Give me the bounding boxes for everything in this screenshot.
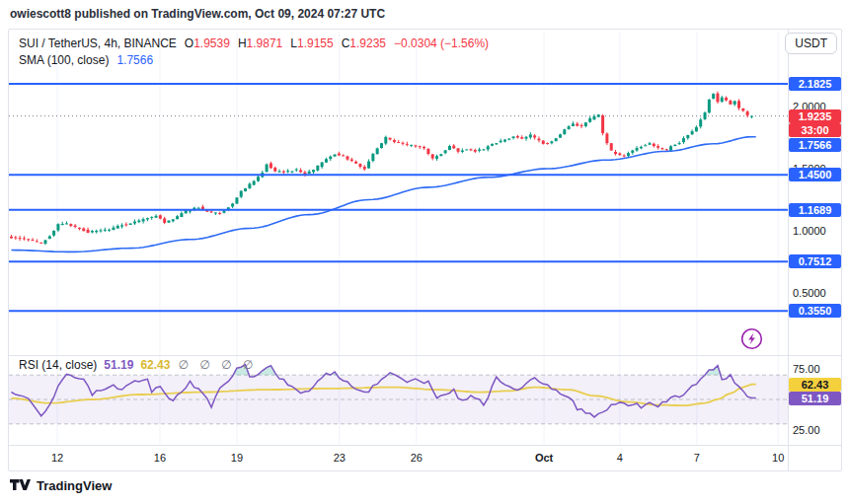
sma-value: 1.7566 <box>116 53 153 67</box>
low-key: L <box>290 36 297 50</box>
price-level-lines <box>9 84 788 311</box>
tradingview-logo-text: TradingView <box>37 478 112 493</box>
sma-label: SMA (100, close) <box>19 53 109 67</box>
symbol-title: SUI / TetherUS, 4h, BINANCE <box>19 36 177 50</box>
sma-row: SMA (100, close)1.7566 <box>19 52 497 69</box>
rsi-ma-value: 62.43 <box>140 358 170 372</box>
chart-canvas: 1216192326Oct4710 <box>9 30 841 470</box>
time-axis[interactable]: 1216192326Oct4710 <box>51 452 784 464</box>
time-tick-4: 4 <box>617 452 623 464</box>
rsi-legend: RSI (14, close)51.1962.43∅ ∅ ∅ ∅ <box>19 358 257 372</box>
time-tick-10: 10 <box>772 452 784 464</box>
low-value: 1.9155 <box>297 36 334 50</box>
open-value: 1.9539 <box>193 36 230 50</box>
sma-line <box>12 137 756 252</box>
change-value: −0.0304 (−1.56%) <box>394 36 489 50</box>
current-price-label: 1.9235 <box>789 109 841 123</box>
rsi-title: RSI (14, close) <box>19 358 97 372</box>
candlestick-series <box>10 92 753 246</box>
attribution-text: owiescott8 published on TradingView.com,… <box>10 7 385 21</box>
chart-card: 1216192326Oct4710 SUI / TetherUS, 4h, BI… <box>8 29 842 471</box>
sma-price-label: 1.7566 <box>789 138 841 152</box>
rsi-tick-25.00: 25.00 <box>793 423 820 437</box>
rsi-tick-75.00: 75.00 <box>793 362 820 376</box>
open-key: O <box>185 36 193 50</box>
symbol-row: SUI / TetherUS, 4h, BINANCEO1.9539H1.987… <box>19 36 497 52</box>
high-key: H <box>238 36 247 50</box>
rsi-ma-label: 62.43 <box>789 378 841 392</box>
time-tick-12: 12 <box>51 452 63 464</box>
time-tick-7: 7 <box>694 452 700 464</box>
price-tick-0.5000: 0.5000 <box>793 286 826 300</box>
rsi-value-label: 51.19 <box>789 392 841 405</box>
flash-icon[interactable] <box>740 327 763 350</box>
price-level-label-2.1825: 2.1825 <box>789 77 841 91</box>
price-tick-1.0000: 1.0000 <box>793 224 826 238</box>
rsi-empty-slots: ∅ ∅ ∅ ∅ <box>178 358 257 372</box>
time-tick-23: 23 <box>334 452 346 464</box>
time-tick-19: 19 <box>231 452 243 464</box>
rsi-value: 51.19 <box>104 358 133 372</box>
chart-legend: SUI / TetherUS, 4h, BINANCEO1.9539H1.987… <box>19 36 497 69</box>
price-level-label-1.4500: 1.4500 <box>789 168 841 181</box>
price-level-label-0.7512: 0.7512 <box>789 254 841 268</box>
page: owiescott8 published on TradingView.com,… <box>0 0 849 504</box>
bar-countdown-label: 33:00 <box>789 123 841 137</box>
currency-toggle-button[interactable]: USDT <box>785 33 837 54</box>
tradingview-mark <box>10 478 31 493</box>
high-value: 1.9871 <box>247 36 283 50</box>
time-tick-16: 16 <box>154 452 166 464</box>
time-tick-26: 26 <box>411 452 423 464</box>
price-level-label-0.3550: 0.3550 <box>789 304 841 318</box>
price-level-label-1.1689: 1.1689 <box>789 203 841 217</box>
close-value: 1.9235 <box>349 36 386 50</box>
time-tick-Oct: Oct <box>535 452 554 464</box>
tradingview-logo[interactable]: TradingView <box>10 478 112 493</box>
